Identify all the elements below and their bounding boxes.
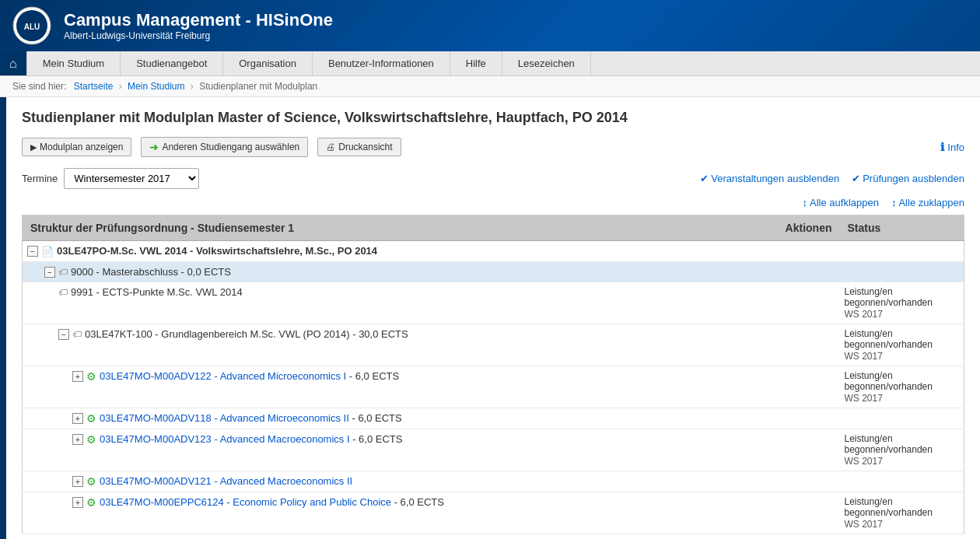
breadcrumb-sep1: › xyxy=(119,81,122,92)
collapse-button[interactable]: − xyxy=(44,267,55,278)
expand-button[interactable]: + xyxy=(72,497,83,508)
collapse-button[interactable]: − xyxy=(27,246,38,257)
app-title-block: Campus Management - HISinOne Albert-Ludw… xyxy=(64,10,333,41)
expand-button[interactable]: + xyxy=(72,434,83,445)
breadcrumb-sep2: › xyxy=(191,81,194,92)
druck-label: Druckansicht xyxy=(338,142,392,152)
row-label: 03LE47MO-M00ADV118 - Advanced Microecono… xyxy=(100,412,402,424)
actions-cell xyxy=(770,408,840,429)
actions-cell xyxy=(770,366,840,408)
ws-badge: WS 2017 xyxy=(845,309,960,320)
tree-cell: 🏷9991 - ECTS-Punkte M.Sc. VWL 2014 xyxy=(27,286,765,298)
col-aktionen: Aktionen xyxy=(770,215,840,241)
table-row: +⚙03LE47MO-M00ADV118 - Advanced Microeco… xyxy=(23,408,964,429)
breadcrumb-startseite[interactable]: Startseite xyxy=(74,81,114,92)
status-value: Leistung/en begonnen/vorhandenWS 2017 xyxy=(845,328,960,362)
alle-aufklappen-link[interactable]: ↕ Alle aufklappen xyxy=(803,197,879,208)
nav-benutzer[interactable]: Benutzer-Informationen xyxy=(313,51,450,75)
expand-row: ↕ Alle aufklappen ↕ Alle zuklappen xyxy=(22,197,964,208)
alle-zuklappen-link[interactable]: ↕ Alle zuklappen xyxy=(891,197,964,208)
status-text: Leistung/en begonnen/vorhanden xyxy=(845,286,960,308)
status-value: Leistung/en begonnen/vorhandenWS 2017 xyxy=(845,370,960,404)
toggle-v-label: Veranstaltungen ausblenden xyxy=(711,173,839,184)
table-row: +⚙03LE47MO-M00ADV122 - Advanced Microeco… xyxy=(23,366,964,408)
semester-left: Termine Wintersemester 2017 Sommersemest… xyxy=(22,168,199,189)
table-row: +⚙03LE47MO-M00ADV123 - Advanced Macroeco… xyxy=(23,429,964,471)
gear-icon: ⚙ xyxy=(86,433,96,446)
row-link[interactable]: 03LE47MO-M00ADV123 - Advanced Macroecono… xyxy=(100,433,350,445)
tree-cell: +⚙03LE47MO-M00ADV121 - Advanced Macroeco… xyxy=(27,475,765,488)
status-cell xyxy=(840,471,964,492)
nav-home[interactable]: ⌂ xyxy=(0,51,27,75)
col-status: Status xyxy=(840,215,964,241)
status-cell: Leistung/en begonnen/vorhandenWS 2017 xyxy=(840,324,964,366)
table-row: −🏷9000 - Masterabschluss - 0,0 ECTS xyxy=(23,262,964,282)
row-link[interactable]: 03LE47MO-M00EPPC6124 - Economic Policy a… xyxy=(100,496,391,508)
toolbar: ▶ Modulplan anzeigen ➜ Anderen Studienga… xyxy=(22,137,964,157)
table-row: 🏷9991 - ECTS-Punkte M.Sc. VWL 2014Leistu… xyxy=(23,282,964,324)
toggle-pruefungen[interactable]: ✔ Prüfungen ausblenden xyxy=(852,173,964,184)
nav-bar: ⌂ Mein Studium Studienangebot Organisati… xyxy=(0,51,980,76)
app-subtitle: Albert-Ludwigs-Universität Freiburg xyxy=(64,30,333,41)
actions-cell xyxy=(770,429,840,471)
aufklappen-icon: ↕ xyxy=(803,197,808,208)
structure-cell: +⚙03LE47MO-M00ADV122 - Advanced Microeco… xyxy=(23,366,770,408)
actions-cell xyxy=(770,262,840,282)
structure-cell: −🏷03LE47KT-100 - Grundlagenbereich M.Sc.… xyxy=(23,324,770,366)
row-label: 03LE47PO-M.Sc. VWL 2014 - Volkswirtschaf… xyxy=(57,245,377,257)
collapse-button[interactable]: − xyxy=(58,329,69,340)
modulplan-button[interactable]: ▶ Modulplan anzeigen xyxy=(22,138,131,156)
status-cell: Leistung/en begonnen/vorhandenWS 2017 xyxy=(840,492,964,534)
status-text: Leistung/en begonnen/vorhanden xyxy=(845,496,960,518)
structure-cell: +⚙03LE47MO-M00ADV123 - Advanced Macroeco… xyxy=(23,429,770,471)
page-title: Studienplaner mit Modulplan Master of Sc… xyxy=(22,110,964,126)
status-value: Leistung/en begonnen/vorhandenWS 2017 xyxy=(845,286,960,320)
expand-button[interactable]: + xyxy=(72,413,83,424)
nav-studienangebot[interactable]: Studienangebot xyxy=(121,51,223,75)
row-label: 9991 - ECTS-Punkte M.Sc. VWL 2014 xyxy=(71,286,243,298)
ws-badge: WS 2017 xyxy=(845,393,960,404)
nav-mein-studium[interactable]: Mein Studium xyxy=(27,51,121,75)
structure-cell: −📄03LE47PO-M.Sc. VWL 2014 - Volkswirtsch… xyxy=(23,241,770,262)
gear-icon: ⚙ xyxy=(86,412,96,425)
row-label: 03LE47KT-100 - Grundlagenbereich M.Sc. V… xyxy=(85,328,408,340)
toggle-p-label: Prüfungen ausblenden xyxy=(863,173,964,184)
app-header: ALU Campus Management - HISinOne Albert-… xyxy=(0,0,980,51)
ws-badge: WS 2017 xyxy=(845,519,960,530)
status-value: Leistung/en begonnen/vorhandenWS 2017 xyxy=(845,496,960,530)
nav-organisation[interactable]: Organisation xyxy=(223,51,313,75)
semester-label: Termine xyxy=(22,173,58,184)
zuklappen-label: Alle zuklappen xyxy=(898,197,964,208)
actions-cell xyxy=(770,241,840,262)
row-label: 03LE47MO-M00ADV122 - Advanced Microecono… xyxy=(100,370,399,382)
row-link[interactable]: 03LE47MO-M00ADV122 - Advanced Microecono… xyxy=(100,370,346,382)
svg-text:ALU: ALU xyxy=(24,23,40,31)
university-logo: ALU xyxy=(12,6,51,45)
breadcrumb-mein-studium[interactable]: Mein Studium xyxy=(128,81,184,92)
expand-button[interactable]: + xyxy=(72,476,83,487)
row-link[interactable]: 03LE47MO-M00ADV121 - Advanced Macroecono… xyxy=(100,475,352,487)
druck-button[interactable]: 🖨 Druckansicht xyxy=(317,138,401,156)
status-text: Leistung/en begonnen/vorhanden xyxy=(845,370,960,392)
expand-button[interactable]: + xyxy=(72,371,83,382)
breadcrumb: Sie sind hier: Startseite › Mein Studium… xyxy=(0,76,980,97)
info-label: Info xyxy=(947,142,964,153)
table-row: −🏷03LE47KT-100 - Grundlagenbereich M.Sc.… xyxy=(23,324,964,366)
col-structure: Struktur der Prüfungsordnung - Studiense… xyxy=(23,215,770,241)
main-wrapper: Studienplaner mit Modulplan Master of Sc… xyxy=(0,97,980,539)
info-link[interactable]: ℹ Info xyxy=(940,141,964,153)
row-suffix: - 6,0 ECTS xyxy=(391,496,444,508)
nav-lesezeichen[interactable]: Lesezeichen xyxy=(502,51,591,75)
study-table: Struktur der Prüfungsordnung - Studiense… xyxy=(22,215,964,534)
toggle-veranstaltungen[interactable]: ✔ Veranstaltungen ausblenden xyxy=(700,173,839,184)
info-icon: ℹ xyxy=(940,141,944,153)
tree-cell: +⚙03LE47MO-M00ADV122 - Advanced Microeco… xyxy=(27,370,765,383)
row-label: 03LE47MO-M00ADV121 - Advanced Macroecono… xyxy=(100,475,352,487)
actions-cell xyxy=(770,282,840,324)
tree-cell: +⚙03LE47MO-M00ADV123 - Advanced Macroeco… xyxy=(27,433,765,446)
semester-select[interactable]: Wintersemester 2017 Sommersemester 2018 xyxy=(64,168,199,189)
row-label: 03LE47MO-M00EPPC6124 - Economic Policy a… xyxy=(100,496,444,508)
nav-hilfe[interactable]: Hilfe xyxy=(450,51,502,75)
row-link[interactable]: 03LE47MO-M00ADV118 - Advanced Microecono… xyxy=(100,412,349,424)
studiengang-button[interactable]: ➜ Anderen Studiengang auswählen xyxy=(141,137,308,157)
